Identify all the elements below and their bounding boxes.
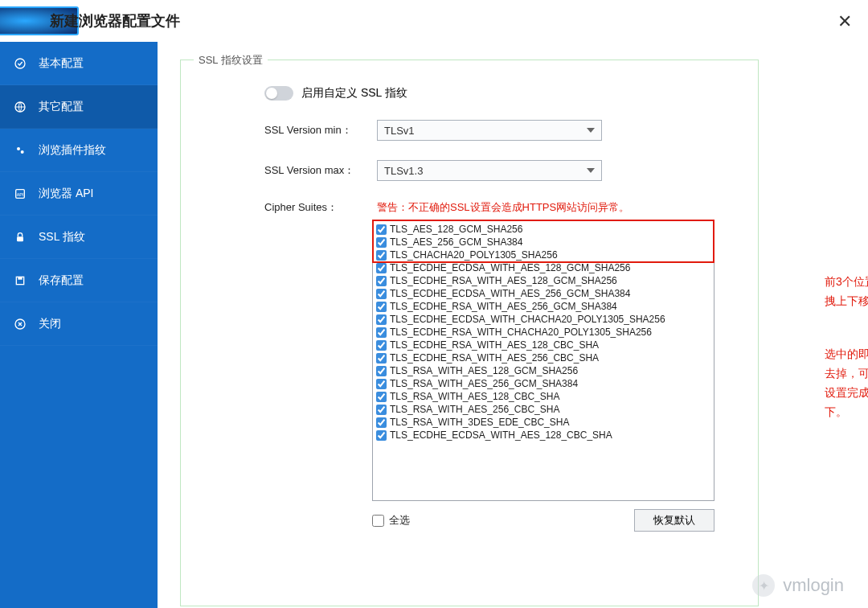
lock-icon: [13, 230, 27, 244]
cipher-checkbox[interactable]: [376, 276, 387, 286]
window-close-button[interactable]: ✕: [837, 11, 852, 32]
cipher-name: TLS_ECDHE_RSA_WITH_AES_256_GCM_SHA384: [390, 300, 617, 313]
cipher-name: TLS_CHACHA20_POLY1305_SHA256: [390, 249, 558, 261]
annotation-line: 选中的即使用，有些是必需用的如果去掉，可能打不开HTTPS网站，所以设置完成后，…: [825, 344, 868, 421]
cipher-item[interactable]: TLS_AES_256_GCM_SHA384: [376, 236, 710, 249]
cipher-name: TLS_ECDHE_ECDSA_WITH_AES_128_GCM_SHA256: [390, 261, 630, 274]
cipher-item[interactable]: TLS_ECDHE_RSA_WITH_AES_256_GCM_SHA384: [376, 300, 710, 313]
cipher-name: TLS_RSA_WITH_AES_128_GCM_SHA256: [390, 364, 578, 377]
cipher-warning: 警告：不正确的SSL设置会造成HTTPS网站访问异常。: [377, 201, 629, 213]
cipher-suites-label: Cipher Suites：: [264, 200, 377, 215]
cipher-item[interactable]: TLS_ECDHE_ECDSA_WITH_AES_128_CBC_SHA: [376, 429, 710, 442]
cipher-suites-list[interactable]: TLS_AES_128_GCM_SHA256TLS_AES_256_GCM_SH…: [372, 220, 714, 501]
close-circle-icon: [13, 317, 27, 331]
cipher-checkbox[interactable]: [376, 314, 387, 325]
wechat-icon: ✦: [752, 574, 775, 597]
chevron-down-icon: [587, 168, 595, 173]
sidebar-item-plugin[interactable]: 浏览插件指纹: [0, 129, 158, 172]
sidebar-item-label: 基本配置: [39, 56, 84, 71]
sidebar-item-ssl[interactable]: SSL 指纹: [0, 216, 158, 259]
svg-point-3: [21, 150, 24, 154]
cipher-checkbox[interactable]: [376, 302, 387, 312]
cipher-name: TLS_ECDHE_ECDSA_WITH_AES_256_GCM_SHA384: [390, 287, 630, 300]
svg-text:API: API: [17, 191, 24, 196]
enable-custom-ssl-toggle[interactable]: [264, 86, 293, 101]
ssl-max-label: SSL Version max：: [264, 163, 377, 178]
cipher-name: TLS_RSA_WITH_AES_256_CBC_SHA: [390, 403, 559, 416]
sidebar: 基本配置 其它配置 浏览插件指纹 API 浏览器 API SSL 指纹 保存配置…: [0, 42, 158, 608]
ssl-min-label: SSL Version min：: [264, 123, 377, 138]
ssl-min-select[interactable]: TLSv1: [377, 120, 602, 141]
select-all-label: 全选: [389, 513, 410, 528]
api-icon: API: [13, 187, 27, 201]
cipher-checkbox[interactable]: [376, 353, 387, 364]
cipher-item[interactable]: TLS_ECDHE_RSA_WITH_CHACHA20_POLY1305_SHA…: [376, 326, 710, 339]
fieldset-legend: SSL 指纹设置: [194, 53, 268, 68]
watermark-text: vmlogin: [783, 575, 844, 596]
cipher-name: TLS_RSA_WITH_AES_128_CBC_SHA: [390, 390, 559, 403]
check-circle-icon: [13, 56, 27, 71]
cipher-checkbox[interactable]: [376, 430, 387, 441]
cipher-item[interactable]: TLS_ECDHE_ECDSA_WITH_AES_256_GCM_SHA384: [376, 287, 710, 300]
sidebar-item-save[interactable]: 保存配置: [0, 259, 158, 302]
cipher-item[interactable]: TLS_ECDHE_ECDSA_WITH_AES_128_GCM_SHA256: [376, 261, 710, 274]
sidebar-item-other[interactable]: 其它配置: [0, 85, 158, 129]
cipher-item[interactable]: TLS_RSA_WITH_AES_128_CBC_SHA: [376, 390, 710, 403]
cipher-item[interactable]: TLS_RSA_WITH_AES_128_GCM_SHA256: [376, 364, 710, 377]
cipher-checkbox[interactable]: [376, 263, 387, 273]
cipher-item[interactable]: TLS_ECDHE_RSA_WITH_AES_256_CBC_SHA: [376, 351, 710, 364]
cipher-name: TLS_ECDHE_ECDSA_WITH_AES_128_CBC_SHA: [390, 429, 612, 442]
cipher-checkbox[interactable]: [376, 237, 387, 248]
cipher-checkbox[interactable]: [376, 327, 387, 338]
svg-point-2: [17, 147, 20, 150]
cipher-name: TLS_ECDHE_RSA_WITH_AES_256_CBC_SHA: [390, 351, 599, 364]
cipher-checkbox[interactable]: [376, 366, 387, 376]
cipher-checkbox[interactable]: [376, 340, 387, 351]
cipher-checkbox[interactable]: [376, 405, 387, 415]
toggle-row: 启用自定义 SSL 指纹: [264, 86, 714, 101]
cipher-name: TLS_ECDHE_RSA_WITH_AES_128_GCM_SHA256: [390, 274, 617, 287]
select-all-input[interactable]: [372, 515, 384, 527]
ssl-max-value: TLSv1.3: [384, 165, 423, 177]
cipher-item[interactable]: TLS_RSA_WITH_AES_256_CBC_SHA: [376, 403, 710, 416]
window-title: 新建浏览器配置文件: [50, 11, 180, 31]
cipher-item[interactable]: TLS_ECDHE_ECDSA_WITH_CHACHA20_POLY1305_S…: [376, 313, 710, 326]
cipher-checkbox[interactable]: [376, 250, 387, 261]
cipher-name: TLS_AES_256_GCM_SHA384: [390, 236, 522, 249]
ssl-max-select[interactable]: TLSv1.3: [377, 160, 602, 181]
sidebar-item-label: 浏览插件指纹: [39, 143, 106, 158]
cipher-item[interactable]: TLS_CHACHA20_POLY1305_SHA256: [376, 249, 710, 261]
save-icon: [13, 273, 27, 288]
select-all-checkbox[interactable]: 全选: [372, 513, 410, 528]
annotation-line: 前3个位置固定不变，后面的可以拖拽上下移动位置: [825, 272, 868, 310]
cipher-item[interactable]: TLS_ECDHE_RSA_WITH_AES_128_CBC_SHA: [376, 339, 710, 351]
cipher-item[interactable]: TLS_RSA_WITH_AES_256_GCM_SHA384: [376, 377, 710, 390]
cipher-item[interactable]: TLS_AES_128_GCM_SHA256: [376, 223, 710, 236]
toggle-label: 启用自定义 SSL 指纹: [301, 86, 407, 101]
window-titlebar: 新建浏览器配置文件 ✕: [0, 0, 868, 42]
sidebar-item-label: 关闭: [39, 317, 61, 331]
sidebar-item-basic[interactable]: 基本配置: [0, 42, 158, 85]
cipher-checkbox[interactable]: [376, 417, 387, 428]
cipher-name: TLS_ECDHE_ECDSA_WITH_CHACHA20_POLY1305_S…: [390, 313, 665, 326]
ssl-fingerprint-group: SSL 指纹设置 启用自定义 SSL 指纹 SSL Version min： T…: [180, 60, 759, 606]
cipher-name: TLS_RSA_WITH_3DES_EDE_CBC_SHA: [390, 416, 569, 429]
cipher-name: TLS_ECDHE_RSA_WITH_CHACHA20_POLY1305_SHA…: [390, 326, 652, 339]
cipher-item[interactable]: TLS_RSA_WITH_3DES_EDE_CBC_SHA: [376, 416, 710, 429]
globe-icon: [13, 100, 27, 114]
chevron-down-icon: [587, 128, 595, 133]
plugin-icon: [13, 143, 27, 158]
cipher-checkbox[interactable]: [376, 379, 387, 389]
svg-point-0: [15, 59, 25, 68]
sidebar-item-close[interactable]: 关闭: [0, 302, 158, 346]
main-panel: SSL 指纹设置 启用自定义 SSL 指纹 SSL Version min： T…: [158, 42, 868, 608]
watermark: ✦ vmlogin: [752, 574, 844, 597]
reset-defaults-button[interactable]: 恢复默认: [634, 509, 714, 532]
cipher-checkbox[interactable]: [376, 224, 387, 235]
svg-rect-6: [17, 236, 23, 241]
cipher-checkbox[interactable]: [376, 392, 387, 402]
cipher-checkbox[interactable]: [376, 289, 387, 299]
svg-rect-8: [18, 277, 22, 279]
sidebar-item-api[interactable]: API 浏览器 API: [0, 172, 158, 216]
cipher-item[interactable]: TLS_ECDHE_RSA_WITH_AES_128_GCM_SHA256: [376, 274, 710, 287]
